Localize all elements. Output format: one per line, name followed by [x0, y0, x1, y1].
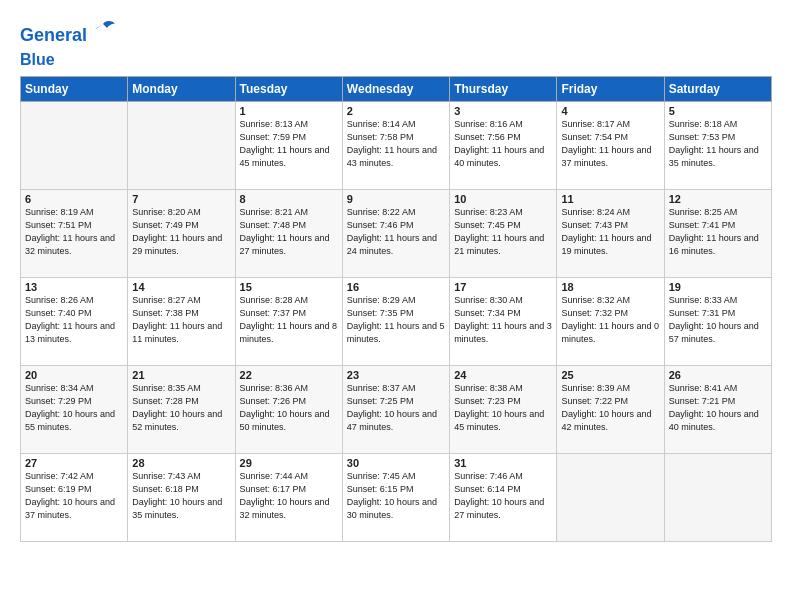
day-detail: Sunrise: 8:25 AM Sunset: 7:41 PM Dayligh…	[669, 206, 767, 258]
calendar-cell: 25Sunrise: 8:39 AM Sunset: 7:22 PM Dayli…	[557, 366, 664, 454]
calendar-cell: 29Sunrise: 7:44 AM Sunset: 6:17 PM Dayli…	[235, 454, 342, 542]
day-number: 20	[25, 369, 123, 381]
day-number: 30	[347, 457, 445, 469]
day-detail: Sunrise: 8:33 AM Sunset: 7:31 PM Dayligh…	[669, 294, 767, 346]
calendar-cell: 23Sunrise: 8:37 AM Sunset: 7:25 PM Dayli…	[342, 366, 449, 454]
calendar-cell: 26Sunrise: 8:41 AM Sunset: 7:21 PM Dayli…	[664, 366, 771, 454]
day-detail: Sunrise: 8:29 AM Sunset: 7:35 PM Dayligh…	[347, 294, 445, 346]
day-detail: Sunrise: 8:22 AM Sunset: 7:46 PM Dayligh…	[347, 206, 445, 258]
calendar-cell: 5Sunrise: 8:18 AM Sunset: 7:53 PM Daylig…	[664, 102, 771, 190]
day-number: 1	[240, 105, 338, 117]
day-detail: Sunrise: 7:45 AM Sunset: 6:15 PM Dayligh…	[347, 470, 445, 522]
calendar-cell	[128, 102, 235, 190]
day-detail: Sunrise: 8:41 AM Sunset: 7:21 PM Dayligh…	[669, 382, 767, 434]
calendar-header-thursday: Thursday	[450, 77, 557, 102]
calendar-header-sunday: Sunday	[21, 77, 128, 102]
day-number: 10	[454, 193, 552, 205]
calendar-cell: 18Sunrise: 8:32 AM Sunset: 7:32 PM Dayli…	[557, 278, 664, 366]
day-detail: Sunrise: 8:13 AM Sunset: 7:59 PM Dayligh…	[240, 118, 338, 170]
day-number: 9	[347, 193, 445, 205]
calendar-cell: 17Sunrise: 8:30 AM Sunset: 7:34 PM Dayli…	[450, 278, 557, 366]
day-detail: Sunrise: 8:38 AM Sunset: 7:23 PM Dayligh…	[454, 382, 552, 434]
day-detail: Sunrise: 8:35 AM Sunset: 7:28 PM Dayligh…	[132, 382, 230, 434]
calendar-cell: 31Sunrise: 7:46 AM Sunset: 6:14 PM Dayli…	[450, 454, 557, 542]
calendar-cell: 21Sunrise: 8:35 AM Sunset: 7:28 PM Dayli…	[128, 366, 235, 454]
day-detail: Sunrise: 8:36 AM Sunset: 7:26 PM Dayligh…	[240, 382, 338, 434]
day-number: 3	[454, 105, 552, 117]
calendar-cell: 28Sunrise: 7:43 AM Sunset: 6:18 PM Dayli…	[128, 454, 235, 542]
calendar-week-1: 1Sunrise: 8:13 AM Sunset: 7:59 PM Daylig…	[21, 102, 772, 190]
calendar-cell: 12Sunrise: 8:25 AM Sunset: 7:41 PM Dayli…	[664, 190, 771, 278]
calendar-week-4: 20Sunrise: 8:34 AM Sunset: 7:29 PM Dayli…	[21, 366, 772, 454]
calendar-cell: 22Sunrise: 8:36 AM Sunset: 7:26 PM Dayli…	[235, 366, 342, 454]
day-number: 31	[454, 457, 552, 469]
day-detail: Sunrise: 8:19 AM Sunset: 7:51 PM Dayligh…	[25, 206, 123, 258]
day-number: 24	[454, 369, 552, 381]
calendar-cell: 7Sunrise: 8:20 AM Sunset: 7:49 PM Daylig…	[128, 190, 235, 278]
day-number: 7	[132, 193, 230, 205]
day-number: 23	[347, 369, 445, 381]
day-detail: Sunrise: 8:23 AM Sunset: 7:45 PM Dayligh…	[454, 206, 552, 258]
day-number: 18	[561, 281, 659, 293]
day-number: 21	[132, 369, 230, 381]
day-detail: Sunrise: 8:30 AM Sunset: 7:34 PM Dayligh…	[454, 294, 552, 346]
day-number: 17	[454, 281, 552, 293]
day-number: 5	[669, 105, 767, 117]
day-detail: Sunrise: 7:42 AM Sunset: 6:19 PM Dayligh…	[25, 470, 123, 522]
day-detail: Sunrise: 8:34 AM Sunset: 7:29 PM Dayligh…	[25, 382, 123, 434]
calendar-cell: 13Sunrise: 8:26 AM Sunset: 7:40 PM Dayli…	[21, 278, 128, 366]
day-number: 28	[132, 457, 230, 469]
calendar-cell: 15Sunrise: 8:28 AM Sunset: 7:37 PM Dayli…	[235, 278, 342, 366]
calendar-cell: 14Sunrise: 8:27 AM Sunset: 7:38 PM Dayli…	[128, 278, 235, 366]
calendar-cell: 3Sunrise: 8:16 AM Sunset: 7:56 PM Daylig…	[450, 102, 557, 190]
day-number: 4	[561, 105, 659, 117]
calendar-week-3: 13Sunrise: 8:26 AM Sunset: 7:40 PM Dayli…	[21, 278, 772, 366]
day-number: 25	[561, 369, 659, 381]
calendar-cell: 16Sunrise: 8:29 AM Sunset: 7:35 PM Dayli…	[342, 278, 449, 366]
day-detail: Sunrise: 7:43 AM Sunset: 6:18 PM Dayligh…	[132, 470, 230, 522]
day-detail: Sunrise: 8:16 AM Sunset: 7:56 PM Dayligh…	[454, 118, 552, 170]
calendar-week-5: 27Sunrise: 7:42 AM Sunset: 6:19 PM Dayli…	[21, 454, 772, 542]
day-detail: Sunrise: 8:37 AM Sunset: 7:25 PM Dayligh…	[347, 382, 445, 434]
day-detail: Sunrise: 8:24 AM Sunset: 7:43 PM Dayligh…	[561, 206, 659, 258]
calendar-cell: 24Sunrise: 8:38 AM Sunset: 7:23 PM Dayli…	[450, 366, 557, 454]
day-number: 6	[25, 193, 123, 205]
calendar-cell	[664, 454, 771, 542]
calendar-cell	[557, 454, 664, 542]
day-number: 29	[240, 457, 338, 469]
logo-bird-icon	[89, 18, 117, 52]
calendar-cell: 10Sunrise: 8:23 AM Sunset: 7:45 PM Dayli…	[450, 190, 557, 278]
calendar-cell: 4Sunrise: 8:17 AM Sunset: 7:54 PM Daylig…	[557, 102, 664, 190]
calendar-cell: 11Sunrise: 8:24 AM Sunset: 7:43 PM Dayli…	[557, 190, 664, 278]
day-number: 8	[240, 193, 338, 205]
day-number: 11	[561, 193, 659, 205]
day-number: 2	[347, 105, 445, 117]
calendar-cell: 20Sunrise: 8:34 AM Sunset: 7:29 PM Dayli…	[21, 366, 128, 454]
day-number: 15	[240, 281, 338, 293]
calendar-cell: 6Sunrise: 8:19 AM Sunset: 7:51 PM Daylig…	[21, 190, 128, 278]
day-number: 19	[669, 281, 767, 293]
logo-text-blue: Blue	[20, 52, 55, 68]
day-number: 12	[669, 193, 767, 205]
day-number: 13	[25, 281, 123, 293]
calendar-cell: 2Sunrise: 8:14 AM Sunset: 7:58 PM Daylig…	[342, 102, 449, 190]
header: General Blue	[20, 18, 772, 68]
calendar-header-tuesday: Tuesday	[235, 77, 342, 102]
calendar-header-saturday: Saturday	[664, 77, 771, 102]
day-detail: Sunrise: 7:46 AM Sunset: 6:14 PM Dayligh…	[454, 470, 552, 522]
day-detail: Sunrise: 8:39 AM Sunset: 7:22 PM Dayligh…	[561, 382, 659, 434]
calendar-header-monday: Monday	[128, 77, 235, 102]
logo: General Blue	[20, 18, 117, 68]
calendar-cell: 9Sunrise: 8:22 AM Sunset: 7:46 PM Daylig…	[342, 190, 449, 278]
day-number: 22	[240, 369, 338, 381]
day-number: 26	[669, 369, 767, 381]
calendar-cell: 27Sunrise: 7:42 AM Sunset: 6:19 PM Dayli…	[21, 454, 128, 542]
day-number: 16	[347, 281, 445, 293]
calendar-cell: 19Sunrise: 8:33 AM Sunset: 7:31 PM Dayli…	[664, 278, 771, 366]
calendar-week-2: 6Sunrise: 8:19 AM Sunset: 7:51 PM Daylig…	[21, 190, 772, 278]
day-detail: Sunrise: 8:18 AM Sunset: 7:53 PM Dayligh…	[669, 118, 767, 170]
calendar-cell: 1Sunrise: 8:13 AM Sunset: 7:59 PM Daylig…	[235, 102, 342, 190]
calendar-header-row: SundayMondayTuesdayWednesdayThursdayFrid…	[21, 77, 772, 102]
day-detail: Sunrise: 8:28 AM Sunset: 7:37 PM Dayligh…	[240, 294, 338, 346]
calendar-header-wednesday: Wednesday	[342, 77, 449, 102]
